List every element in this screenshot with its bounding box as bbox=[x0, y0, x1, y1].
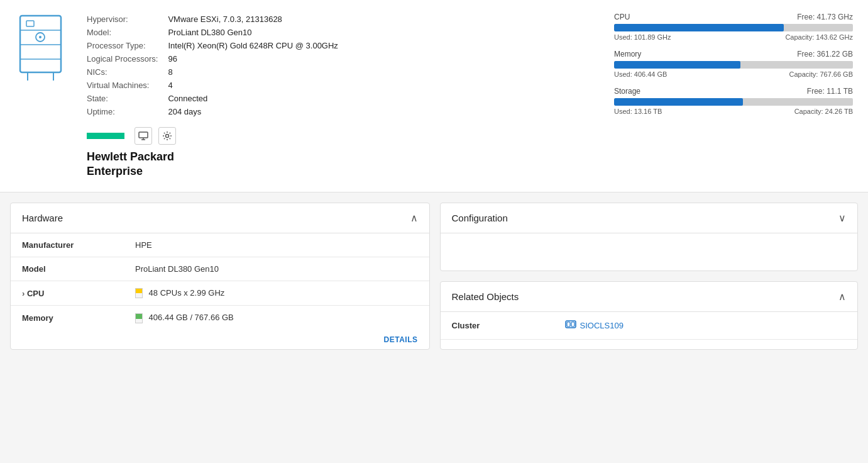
state-value: Connected bbox=[168, 92, 343, 105]
hw-memory-value: 406.44 GB / 767.66 GB bbox=[124, 306, 429, 330]
right-panels: Configuration ∨ Related Objects ∧ Cluste… bbox=[440, 203, 859, 350]
bottom-section: Hardware ∧ Manufacturer HPE Model ProLia… bbox=[0, 192, 868, 360]
configuration-panel-header: Configuration ∨ bbox=[441, 203, 858, 233]
server-details: Hypervisor: VMware ESXi, 7.0.3, 21313628… bbox=[87, 13, 343, 118]
hw-model-value: ProLiant DL380 Gen10 bbox=[124, 257, 429, 281]
hw-model-row: Model ProLiant DL380 Gen10 bbox=[11, 257, 429, 281]
server-icon bbox=[15, 13, 72, 179]
logical-row: Logical Processors: 96 bbox=[87, 52, 343, 65]
memory-indicator bbox=[135, 313, 143, 323]
storage-free: Free: 11.1 TB bbox=[807, 87, 853, 96]
configuration-chevron[interactable]: ∨ bbox=[838, 212, 846, 224]
monitor-icon-button[interactable] bbox=[135, 127, 152, 145]
svg-rect-4 bbox=[26, 21, 34, 26]
svg-point-12 bbox=[166, 135, 169, 138]
model-label: Model: bbox=[87, 26, 168, 39]
cpu-footer: Used: 101.89 GHz Capacity: 143.62 GHz bbox=[614, 33, 853, 41]
cpu-capacity: Capacity: 143.62 GHz bbox=[785, 33, 853, 41]
storage-progress-bg bbox=[614, 98, 853, 106]
cpu-used: Used: 101.89 GHz bbox=[614, 33, 671, 41]
cpu-resource: CPU Free: 41.73 GHz Used: 101.89 GHz Cap… bbox=[614, 13, 853, 41]
hw-model-label: Model bbox=[11, 257, 124, 281]
related-objects-title: Related Objects bbox=[452, 291, 519, 302]
brand-bar bbox=[87, 127, 343, 145]
model-value: ProLiant DL380 Gen10 bbox=[168, 26, 343, 39]
storage-resource: Storage Free: 11.1 TB Used: 13.16 TB Cap… bbox=[614, 87, 853, 115]
related-objects-chevron[interactable]: ∧ bbox=[838, 291, 846, 303]
hardware-table: Manufacturer HPE Model ProLiant DL380 Ge… bbox=[11, 233, 429, 330]
processor-row: Processor Type: Intel(R) Xeon(R) Gold 62… bbox=[87, 39, 343, 52]
state-row: State: Connected bbox=[87, 92, 343, 105]
nics-value: 8 bbox=[168, 65, 343, 79]
brand-icons bbox=[135, 127, 176, 145]
memory-free: Free: 361.22 GB bbox=[797, 50, 853, 59]
green-status-bar bbox=[87, 133, 124, 139]
resource-bars: CPU Free: 41.73 GHz Used: 101.89 GHz Cap… bbox=[614, 13, 853, 179]
cpu-indicator bbox=[135, 288, 143, 298]
storage-used: Used: 13.16 TB bbox=[614, 108, 662, 115]
svg-rect-9 bbox=[139, 132, 148, 138]
memory-footer: Used: 406.44 GB Capacity: 767.66 GB bbox=[614, 70, 853, 78]
hypervisor-label: Hypervisor: bbox=[87, 13, 168, 26]
cluster-value: SIOCLS109 bbox=[554, 312, 858, 340]
memory-resource: Memory Free: 361.22 GB Used: 406.44 GB C… bbox=[614, 50, 853, 78]
server-info-left: Hypervisor: VMware ESXi, 7.0.3, 21313628… bbox=[15, 13, 589, 179]
configuration-panel: Configuration ∨ bbox=[440, 203, 859, 271]
related-objects-table: Cluster bbox=[441, 312, 858, 340]
memory-header: Memory Free: 361.22 GB bbox=[614, 50, 853, 59]
uptime-value: 204 days bbox=[168, 105, 343, 118]
logical-label: Logical Processors: bbox=[87, 52, 168, 65]
vms-label: Virtual Machines: bbox=[87, 79, 168, 92]
storage-header: Storage Free: 11.1 TB bbox=[614, 87, 853, 96]
hardware-chevron[interactable]: ∧ bbox=[410, 212, 418, 224]
cluster-label: Cluster bbox=[441, 312, 554, 340]
logical-value: 96 bbox=[168, 52, 343, 65]
svg-rect-14 bbox=[567, 322, 570, 326]
hardware-panel-header: Hardware ∧ bbox=[11, 203, 429, 233]
nics-label: NICs: bbox=[87, 65, 168, 79]
memory-progress-fill bbox=[614, 61, 740, 69]
hardware-panel: Hardware ∧ Manufacturer HPE Model ProLia… bbox=[10, 203, 430, 350]
model-row: Model: ProLiant DL380 Gen10 bbox=[87, 26, 343, 39]
cluster-icon bbox=[565, 320, 576, 332]
hardware-title: Hardware bbox=[22, 213, 63, 223]
state-label: State: bbox=[87, 92, 168, 105]
hw-manufacturer-row: Manufacturer HPE bbox=[11, 233, 429, 257]
cpu-progress-fill bbox=[614, 24, 784, 31]
memory-used: Used: 406.44 GB bbox=[614, 70, 667, 78]
cpu-free: Free: 41.73 GHz bbox=[797, 13, 853, 21]
storage-label: Storage bbox=[614, 87, 640, 96]
memory-capacity: Capacity: 767.66 GB bbox=[789, 70, 853, 78]
hw-cpu-value: 48 CPUs x 2.99 GHz bbox=[124, 281, 429, 306]
memory-label: Memory bbox=[614, 50, 641, 59]
cluster-link[interactable]: SIOCLS109 bbox=[565, 320, 624, 332]
memory-progress-bg bbox=[614, 61, 853, 69]
svg-point-6 bbox=[39, 36, 41, 38]
storage-capacity: Capacity: 24.26 TB bbox=[794, 108, 853, 115]
hw-cpu-label: CPU bbox=[11, 281, 124, 306]
vms-row: Virtual Machines: 4 bbox=[87, 79, 343, 92]
related-objects-panel: Related Objects ∧ Cluster bbox=[440, 281, 859, 350]
settings-icon-button[interactable] bbox=[158, 127, 176, 145]
brand-section: Hewlett PackardEnterprise bbox=[87, 127, 343, 179]
hw-memory-row: Memory 406.44 GB / 767.66 GB bbox=[11, 306, 429, 330]
cpu-label: CPU bbox=[614, 13, 630, 21]
cluster-row: Cluster bbox=[441, 312, 858, 340]
processor-value: Intel(R) Xeon(R) Gold 6248R CPU @ 3.00GH… bbox=[168, 39, 343, 52]
uptime-row: Uptime: 204 days bbox=[87, 105, 343, 118]
hw-memory-label: Memory bbox=[11, 306, 124, 330]
nics-row: NICs: 8 bbox=[87, 65, 343, 79]
top-section: Hypervisor: VMware ESXi, 7.0.3, 21313628… bbox=[0, 0, 868, 192]
related-objects-content: Cluster bbox=[441, 312, 858, 340]
details-link[interactable]: DETAILS bbox=[11, 330, 429, 349]
hw-cpu-row[interactable]: CPU 48 CPUs x 2.99 GHz bbox=[11, 281, 429, 306]
storage-progress-fill bbox=[614, 98, 743, 106]
storage-footer: Used: 13.16 TB Capacity: 24.26 TB bbox=[614, 108, 853, 115]
cluster-name: SIOCLS109 bbox=[580, 321, 624, 330]
svg-rect-15 bbox=[571, 322, 574, 326]
processor-label: Processor Type: bbox=[87, 39, 168, 52]
uptime-label: Uptime: bbox=[87, 105, 168, 118]
configuration-title: Configuration bbox=[452, 213, 508, 223]
hardware-panel-content: Manufacturer HPE Model ProLiant DL380 Ge… bbox=[11, 233, 429, 349]
related-objects-header: Related Objects ∧ bbox=[441, 282, 858, 312]
